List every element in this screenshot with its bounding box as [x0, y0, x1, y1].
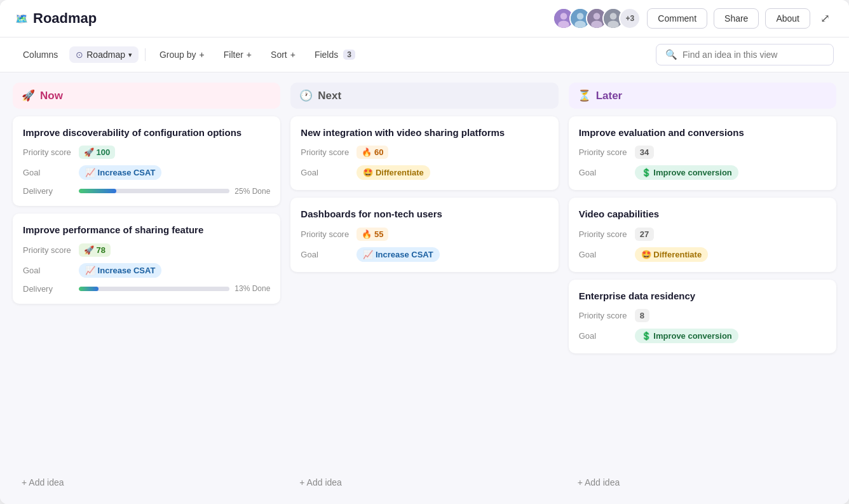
- column-emoji: 🕐: [299, 89, 313, 102]
- priority-score-row: Priority score34: [579, 146, 826, 159]
- goal-label: Goal: [23, 168, 74, 177]
- priority-score-row: Priority score🔥 60: [301, 146, 548, 159]
- goal-label: Goal: [579, 168, 630, 177]
- score-badge: 🔥 60: [357, 146, 388, 159]
- priority-score-row: Priority score27: [579, 228, 826, 241]
- search-box[interactable]: 🔍: [656, 44, 834, 65]
- svg-point-7: [594, 13, 601, 20]
- about-button[interactable]: About: [765, 8, 810, 29]
- goal-chip: 📈 Increase CSAT: [357, 247, 439, 262]
- fields-count-badge: 3: [343, 50, 355, 60]
- column-next: 🕐NextNew integration with video sharing …: [290, 83, 558, 494]
- roadmap-label: Roadmap: [86, 50, 125, 60]
- columns-button[interactable]: Columns: [15, 46, 65, 64]
- column-emoji: 🚀: [22, 89, 35, 102]
- column-now: 🚀NowImprove discoverability of configura…: [13, 83, 280, 494]
- card-title: Dashboards for non-tech users: [301, 208, 548, 221]
- add-idea-button-later[interactable]: + Add idea: [569, 471, 836, 494]
- filter-button[interactable]: Filter +: [216, 46, 259, 64]
- goal-chip: 📈 Increase CSAT: [79, 263, 161, 278]
- column-later: ⏳LaterImprove evaluation and conversions…: [569, 83, 836, 494]
- card[interactable]: Enterprise data residencyPriority score8…: [569, 280, 836, 353]
- score-badge: 27: [635, 228, 654, 241]
- group-by-button[interactable]: Group by +: [152, 46, 212, 64]
- search-icon: 🔍: [665, 49, 677, 60]
- card-title: Improve discoverability of configuration…: [23, 126, 270, 139]
- priority-label: Priority score: [301, 229, 351, 239]
- priority-score-row: Priority score8: [579, 309, 826, 322]
- progress-bar-fill: [79, 287, 98, 291]
- priority-score-row: Priority score🚀 78: [23, 243, 270, 257]
- toolbar: Columns ⊙ Roadmap ▾ Group by + Filter + …: [0, 37, 849, 72]
- progress-bar-fill: [79, 189, 116, 193]
- delivery-text: 13% Done: [234, 284, 270, 293]
- group-by-label: Group by: [160, 50, 196, 60]
- goal-label: Goal: [23, 266, 74, 275]
- expand-button[interactable]: ⤢: [817, 8, 834, 29]
- card[interactable]: Improve performance of sharing featurePr…: [13, 214, 280, 303]
- priority-label: Priority score: [301, 147, 351, 157]
- plus-icon: +: [200, 50, 205, 60]
- sort-button[interactable]: Sort +: [263, 46, 303, 64]
- goal-row: Goal📈 Increase CSAT: [301, 247, 548, 262]
- goal-label: Goal: [579, 250, 630, 259]
- header-actions: +3 Comment Share About ⤢: [553, 8, 834, 29]
- delivery-row: Delivery 13% Done: [23, 284, 270, 294]
- roadmap-circle-icon: ⊙: [76, 50, 83, 60]
- board: 🚀NowImprove discoverability of configura…: [0, 72, 849, 504]
- sort-label: Sort: [271, 50, 287, 60]
- svg-point-1: [560, 13, 567, 20]
- card-title: Improve evaluation and conversions: [579, 126, 826, 139]
- svg-point-8: [592, 21, 603, 29]
- card[interactable]: Video capabilitiesPriority score27Goal🤩 …: [569, 198, 836, 271]
- card-title: New integration with video sharing platf…: [301, 126, 548, 139]
- delivery-label: Delivery: [23, 186, 74, 196]
- delivery-row: Delivery 25% Done: [23, 186, 270, 196]
- add-idea-button-next[interactable]: + Add idea: [290, 471, 558, 494]
- add-idea-button-now[interactable]: + Add idea: [13, 471, 280, 494]
- score-badge: 🚀 78: [79, 243, 111, 257]
- card[interactable]: Dashboards for non-tech usersPriority sc…: [290, 198, 558, 271]
- card[interactable]: Improve evaluation and conversionsPriori…: [569, 116, 836, 190]
- priority-label: Priority score: [23, 147, 74, 157]
- search-input[interactable]: [683, 50, 824, 60]
- card[interactable]: Improve discoverability of configuration…: [13, 116, 280, 206]
- comment-button[interactable]: Comment: [647, 8, 707, 29]
- goal-row: Goal🤩 Differentiate: [579, 247, 826, 262]
- avatar-overflow[interactable]: +3: [619, 8, 641, 29]
- header: 🗺️ Roadmap +3 Comme: [0, 0, 849, 37]
- goal-chip: 📈 Increase CSAT: [79, 165, 161, 180]
- goal-row: Goal📈 Increase CSAT: [23, 263, 270, 278]
- page-title: Roadmap: [33, 10, 97, 27]
- goal-row: Goal💲 Improve conversion: [579, 329, 826, 343]
- goal-chip: 💲 Improve conversion: [635, 165, 738, 180]
- svg-point-4: [577, 13, 584, 20]
- progress-bar-bg: [79, 189, 229, 193]
- plus-icon: +: [290, 50, 295, 60]
- goal-row: Goal💲 Improve conversion: [579, 165, 826, 180]
- goal-label: Goal: [579, 331, 630, 341]
- column-title: Next: [318, 90, 341, 102]
- priority-label: Priority score: [579, 229, 630, 239]
- column-header-later: ⏳Later: [569, 83, 836, 109]
- score-badge: 8: [635, 309, 649, 322]
- column-title: Later: [596, 90, 623, 102]
- toolbar-divider: [145, 48, 146, 61]
- fields-label: Fields: [315, 50, 338, 60]
- goal-chip: 🤩 Differentiate: [635, 247, 708, 262]
- delivery-label: Delivery: [23, 284, 74, 294]
- svg-point-10: [610, 13, 617, 20]
- fields-button[interactable]: Fields 3: [307, 46, 363, 64]
- card-title: Video capabilities: [579, 208, 826, 221]
- card[interactable]: New integration with video sharing platf…: [290, 116, 558, 190]
- score-badge: 34: [635, 146, 654, 159]
- priority-score-row: Priority score🔥 55: [301, 228, 548, 241]
- app-window: 🗺️ Roadmap +3 Comme: [0, 0, 849, 504]
- share-button[interactable]: Share: [714, 8, 759, 29]
- roadmap-chip[interactable]: ⊙ Roadmap ▾: [69, 46, 139, 63]
- header-title: 🗺️ Roadmap: [15, 10, 545, 27]
- goal-chip: 💲 Improve conversion: [635, 329, 738, 343]
- priority-label: Priority score: [579, 147, 630, 157]
- svg-point-2: [559, 21, 570, 29]
- progress-bar-bg: [79, 287, 229, 291]
